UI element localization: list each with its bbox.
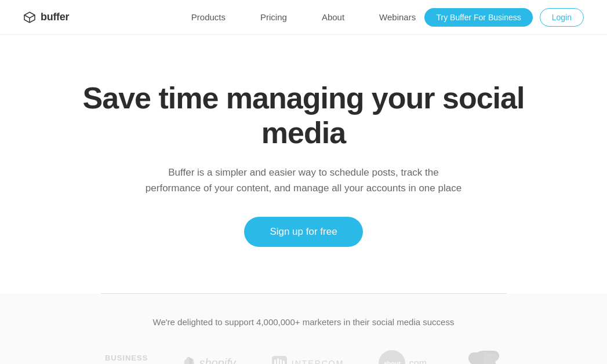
header-right: Try Buffer For Business Login bbox=[424, 8, 584, 27]
nav-webinars[interactable]: Webinars bbox=[362, 12, 433, 22]
partner-logos: BUSINESS INSIDER shopify INTERCOM bbox=[105, 348, 502, 364]
login-button[interactable]: Login bbox=[540, 8, 584, 27]
intercom-icon bbox=[271, 355, 288, 364]
hero-section: Save time managing your social media Buf… bbox=[0, 35, 607, 282]
svg-rect-3 bbox=[280, 359, 282, 364]
business-insider-logo: BUSINESS INSIDER bbox=[105, 354, 148, 364]
header-left: buffer bbox=[23, 11, 69, 24]
broncos-icon bbox=[461, 348, 502, 364]
svg-rect-0 bbox=[272, 356, 287, 364]
intercom-text: INTERCOM bbox=[292, 359, 344, 364]
intercom-logo: INTERCOM bbox=[271, 355, 344, 364]
nav-pricing[interactable]: Pricing bbox=[243, 12, 304, 22]
social-proof-section: We're delighted to support 4,000,000+ ma… bbox=[0, 294, 607, 364]
about-logo: about .com bbox=[379, 350, 427, 364]
about-text: .com bbox=[406, 358, 427, 364]
signup-button[interactable]: Sign up for free bbox=[244, 217, 362, 247]
buffer-logo-text: buffer bbox=[41, 11, 69, 23]
main-nav: Products Pricing About Webinars bbox=[174, 12, 433, 22]
buffer-logo-icon bbox=[23, 11, 36, 24]
header: buffer Products Pricing About Webinars T… bbox=[0, 0, 607, 35]
nav-about[interactable]: About bbox=[304, 12, 362, 22]
hero-subtitle: Buffer is a simpler and easier way to sc… bbox=[141, 165, 466, 196]
buffer-logo-link[interactable]: buffer bbox=[23, 11, 69, 24]
svg-rect-1 bbox=[274, 359, 276, 364]
hero-title: Save time managing your social media bbox=[72, 81, 536, 151]
shopify-icon bbox=[183, 356, 195, 364]
nav-products[interactable]: Products bbox=[174, 12, 243, 22]
try-buffer-business-button[interactable]: Try Buffer For Business bbox=[424, 8, 532, 27]
shopify-logo: shopify bbox=[183, 356, 235, 364]
svg-rect-2 bbox=[277, 358, 279, 364]
about-circle: about bbox=[379, 350, 405, 364]
svg-rect-4 bbox=[283, 361, 285, 364]
shopify-text: shopify bbox=[199, 356, 235, 364]
broncos-logo bbox=[461, 348, 502, 364]
social-proof-text: We're delighted to support 4,000,000+ ma… bbox=[153, 317, 455, 327]
